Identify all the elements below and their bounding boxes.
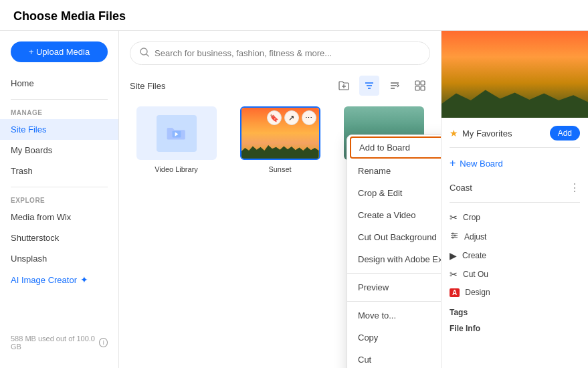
- sidebar-item-unsplash[interactable]: Unsplash: [0, 248, 118, 269]
- search-bar[interactable]: [130, 41, 430, 65]
- action-adjust[interactable]: Adjust: [450, 227, 580, 246]
- search-icon: [140, 48, 149, 59]
- sidebar-item-media-from-wix[interactable]: Media from Wix: [0, 207, 118, 227]
- context-menu-rename[interactable]: Rename: [347, 160, 441, 182]
- more-options-icon[interactable]: ⋮: [569, 181, 580, 194]
- content-area: Site Files: [119, 31, 588, 368]
- adjust-icon: [450, 231, 459, 242]
- panel-divider: [450, 147, 580, 148]
- star-icon: ★: [450, 128, 458, 139]
- crop-edit-label: Crop & Edit: [358, 188, 402, 198]
- ai-image-creator-label: AI Image Creator: [11, 275, 77, 285]
- sort-button[interactable]: [385, 76, 405, 96]
- context-menu-move-to[interactable]: Move to...: [347, 304, 441, 327]
- sidebar-item-trash[interactable]: Trash: [0, 161, 118, 181]
- file-name-video-library: Video Library: [155, 165, 198, 173]
- cut-out-icon: ✂: [450, 269, 458, 280]
- sidebar-item-my-boards[interactable]: My Boards: [0, 140, 118, 161]
- toolbar-actions: [334, 76, 430, 96]
- context-menu-design-adobe[interactable]: Design with Adobe Express: [347, 248, 441, 270]
- design-label: Design: [465, 288, 490, 297]
- action-create-video[interactable]: ▶ Create: [450, 246, 580, 265]
- crop-scissors-icon: ✂: [450, 212, 458, 223]
- svg-rect-10: [415, 81, 419, 85]
- search-input[interactable]: [155, 48, 420, 58]
- svg-rect-13: [421, 86, 425, 90]
- crop-label: Crop: [463, 213, 480, 222]
- new-board-row[interactable]: + New Board: [450, 155, 580, 172]
- add-to-favorites-button[interactable]: Add: [550, 126, 580, 141]
- sparkle-icon: ✦: [80, 274, 88, 285]
- copy-label: Copy: [358, 333, 378, 343]
- main-layout: + Upload Media Home MANAGE Site Files My…: [0, 31, 588, 368]
- rename-label: Rename: [358, 166, 391, 176]
- share-button[interactable]: ↗: [284, 110, 299, 125]
- info-icon[interactable]: i: [99, 338, 108, 347]
- cut-out-bg-label: Cut Out Background: [358, 232, 437, 242]
- upload-media-button[interactable]: + Upload Media: [11, 41, 108, 62]
- move-to-label: Move to...: [358, 310, 396, 320]
- board-name: Coast: [450, 183, 472, 193]
- create-video-panel-label: Create: [462, 251, 486, 260]
- file-overlay-actions: 🔖 ↗ ⋯: [267, 110, 316, 125]
- context-menu-copy[interactable]: Copy Ctrl+C: [347, 327, 441, 349]
- add-to-board-label: Add to Board: [359, 143, 410, 153]
- design-icon: A: [450, 288, 460, 297]
- grid-view-button[interactable]: [410, 76, 430, 96]
- tags-section-title: Tags: [450, 308, 580, 317]
- bookmark-button[interactable]: 🔖: [267, 110, 282, 125]
- filter-button[interactable]: [359, 76, 379, 96]
- action-list: ✂ Crop: [450, 208, 580, 301]
- action-crop[interactable]: ✂ Crop: [450, 208, 580, 227]
- sunset-thumbnail: 🔖 ↗ ⋯: [240, 106, 320, 160]
- favorites-label: ★ My Favorites: [450, 128, 512, 139]
- folder-thumbnail: [136, 106, 217, 160]
- favorites-row: ★ My Favorites Add: [450, 126, 580, 141]
- sidebar-item-site-files[interactable]: Site Files: [0, 119, 118, 140]
- panel-divider-2: [450, 202, 580, 203]
- create-video-label: Create a Video: [358, 210, 416, 220]
- context-menu-create-video[interactable]: Create a Video: [347, 204, 441, 226]
- context-menu-preview[interactable]: Preview Space: [347, 276, 441, 298]
- sidebar-item-shutterstock[interactable]: Shutterstock: [0, 227, 118, 248]
- context-menu-crop-edit[interactable]: Crop & Edit: [347, 182, 441, 204]
- cut-label: Cut: [358, 355, 371, 365]
- file-name-sunset: Sunset: [268, 165, 291, 173]
- context-menu-add-to-board[interactable]: Add to Board ›: [350, 136, 441, 159]
- current-folder-label: Site Files: [130, 81, 165, 91]
- manage-section-label: MANAGE: [0, 105, 118, 119]
- page-title: Choose Media Files: [13, 9, 575, 23]
- context-menu-cut-out-bg[interactable]: Cut Out Background: [347, 226, 441, 248]
- sidebar-item-ai-image-creator[interactable]: AI Image Creator ✦: [0, 269, 118, 290]
- design-adobe-label: Design with Adobe Express: [358, 254, 441, 264]
- plus-icon: +: [450, 157, 456, 169]
- panel-preview-image: [442, 31, 588, 118]
- sidebar: + Upload Media Home MANAGE Site Files My…: [0, 31, 119, 368]
- svg-point-21: [452, 237, 454, 239]
- svg-line-1: [146, 54, 149, 56]
- divider: [11, 99, 108, 100]
- storage-info: 588 MB used out of 100.0 GB i: [0, 328, 118, 357]
- svg-point-19: [452, 233, 454, 235]
- file-item-sunset[interactable]: 🔖 ↗ ⋯ Sunset: [233, 106, 326, 173]
- file-toolbar: Site Files: [130, 76, 430, 96]
- more-button[interactable]: ⋯: [302, 110, 316, 125]
- create-video-icon: ▶: [450, 250, 457, 261]
- file-browser: Site Files: [119, 31, 441, 368]
- new-board-label: New Board: [460, 159, 502, 169]
- file-item-video-library[interactable]: Video Library: [130, 106, 223, 173]
- adjust-label: Adjust: [464, 232, 486, 242]
- action-design[interactable]: A Design: [450, 284, 580, 301]
- right-panel: ★ My Favorites Add + New Board Coast ⋮: [441, 31, 588, 368]
- new-folder-button[interactable]: [334, 76, 354, 96]
- context-menu-cut[interactable]: Cut Ctrl+X: [347, 349, 441, 368]
- divider-2: [11, 187, 108, 187]
- preview-label: Preview: [358, 282, 389, 292]
- board-item-coast[interactable]: Coast ⋮: [450, 179, 580, 197]
- menu-divider-1: [347, 273, 441, 274]
- svg-rect-11: [421, 81, 425, 85]
- action-cut-out[interactable]: ✂ Cut Ou: [450, 265, 580, 284]
- sidebar-item-home[interactable]: Home: [0, 73, 118, 94]
- context-menu: Add to Board › Rename Crop & Edit Create…: [347, 134, 441, 368]
- svg-point-20: [454, 235, 456, 237]
